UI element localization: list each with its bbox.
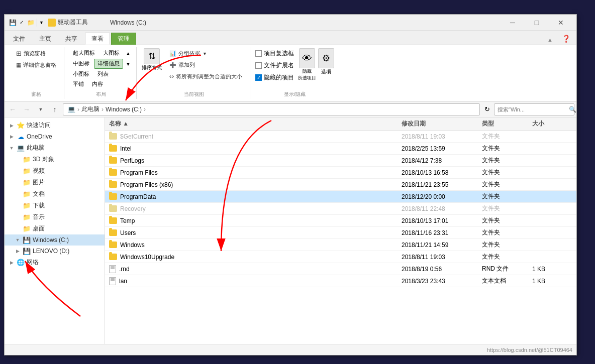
file-row-rnd[interactable]: .rnd 2018/8/19 0:56 RND 文件 1 KB — [105, 263, 576, 275]
help-icon[interactable]: ❓ — [558, 33, 574, 45]
search-input[interactable] — [498, 106, 567, 112]
nav-item-documents[interactable]: 📁 文档 — [5, 188, 105, 200]
view-tile[interactable]: 平铺 — [69, 79, 87, 89]
tab-file[interactable]: 文件 — [7, 33, 32, 45]
nav-item-onedrive[interactable]: ▶ ☁ OneDrive — [5, 131, 105, 142]
file-header: 名称 ▲ 修改日期 类型 大小 — [105, 117, 576, 131]
sort-btn[interactable]: ⇅ 排序方式 — [142, 48, 162, 71]
file-row-recovery[interactable]: Recovery 2018/8/11 22:48 文件夹 — [105, 203, 576, 215]
col-header-date[interactable]: 修改日期 — [402, 119, 482, 128]
file-date-intel: 2018/2/25 13:59 — [402, 145, 482, 152]
nav-label-music: 音乐 — [33, 213, 45, 221]
layout-scroll-up[interactable]: ▲ — [124, 48, 132, 58]
breadcrumb-drive[interactable]: Windows (C:) — [106, 106, 142, 113]
add-col-btn[interactable]: ➕ 添加列 — [166, 60, 246, 70]
file-name-rnd: .rnd — [119, 266, 402, 273]
preview-pane-btn[interactable]: ▦ 详细信息窗格 — [13, 60, 60, 70]
nav-item-3d[interactable]: 📁 3D 对象 — [5, 154, 105, 165]
view-xlarge[interactable]: 超大图标 — [69, 48, 98, 58]
nav-item-desktop[interactable]: 📁 桌面 — [5, 223, 105, 234]
file-name-recovery: Recovery — [120, 205, 402, 212]
quick-check-icon[interactable]: ✓ — [18, 19, 26, 27]
layout-row2: 中图标 详细信息 ▼ — [69, 59, 132, 69]
nav-expand-quick-access[interactable]: ▶ — [9, 123, 15, 129]
nav-item-lenovod[interactable]: ▶ 💾 LENOVO (D:) — [5, 246, 105, 257]
file-type-lan: 文本文档 — [482, 277, 532, 285]
back-button[interactable]: ← — [7, 103, 19, 115]
ribbon-collapse-icon[interactable]: ▲ — [543, 35, 557, 45]
tab-share[interactable]: 共享 — [59, 33, 84, 45]
file-row-programfilesx86[interactable]: Program Files (x86) 2018/11/21 23:55 文件夹 — [105, 179, 576, 191]
forward-button[interactable]: → — [21, 103, 33, 115]
ribbon-group-layout: 超大图标 大图标 ▲ 中图标 详细信息 ▼ 小图标 列表 — [65, 47, 137, 99]
nav-expand-thispc[interactable]: ▼ — [9, 145, 15, 151]
file-row-programfiles[interactable]: Program Files 2018/10/13 16:58 文件夹 — [105, 167, 576, 179]
file-pane: 名称 ▲ 修改日期 类型 大小 $GetCurrent 2018/8/11 19… — [105, 117, 576, 344]
file-date-programfilesx86: 2018/11/21 23:55 — [402, 181, 482, 188]
file-row-intel[interactable]: Intel 2018/2/25 13:59 文件夹 — [105, 143, 576, 155]
nav-pane-btn[interactable]: ⊞ 预览窗格 — [13, 48, 60, 59]
nav-expand-onedrive[interactable]: ▶ — [9, 134, 15, 140]
title-bar-left: 💾 ✓ 📁 ▼ 驱动器工具 Windows (C:) — [9, 18, 501, 27]
nav-expand-lenovod[interactable]: ▶ — [15, 248, 21, 254]
tab-manage[interactable]: 管理 — [111, 33, 136, 45]
maximize-button[interactable]: □ — [525, 15, 548, 31]
file-row-users[interactable]: Users 2018/11/16 23:31 文件夹 — [105, 227, 576, 239]
panes-group-label: 窗格 — [13, 89, 60, 98]
up-button[interactable]: ↑ — [49, 103, 61, 115]
checkbox-file-ext[interactable]: 文件扩展名 — [255, 61, 294, 70]
view-medium[interactable]: 中图标 — [69, 59, 93, 69]
file-name-programfiles: Program Files — [120, 169, 402, 176]
tab-home[interactable]: 主页 — [33, 33, 58, 45]
file-row-lan[interactable]: lan 2018/3/23 23:43 文本文档 1 KB — [105, 275, 576, 287]
col-header-size[interactable]: 大小 — [532, 119, 572, 128]
nav-item-network[interactable]: ▶ 🌐 网络 — [5, 257, 105, 268]
tab-view[interactable]: 查看 — [85, 33, 110, 45]
file-row-perflogs[interactable]: PerfLogs 2018/4/12 7:38 文件夹 — [105, 155, 576, 167]
checkbox-hidden-items[interactable]: ✓ 隐藏的项目 — [255, 73, 294, 82]
group-by-btn[interactable]: 📊 分组依据 ▼ — [166, 48, 246, 59]
minimize-button[interactable]: ─ — [501, 15, 524, 31]
nav-expand-windowsc[interactable]: ▼ — [15, 237, 21, 243]
file-type-programfilesx86: 文件夹 — [482, 180, 532, 189]
col-header-name[interactable]: 名称 ▲ — [109, 119, 402, 128]
view-content[interactable]: 内容 — [88, 79, 107, 89]
layout-scroll-down[interactable]: ▼ — [124, 59, 132, 69]
nav-item-music[interactable]: 📁 音乐 — [5, 211, 105, 223]
quick-save-icon[interactable]: 💾 — [9, 19, 17, 27]
options-btn[interactable]: ⚙ 选项 — [318, 48, 334, 83]
checkbox-item-checkboxes-cb[interactable] — [255, 50, 262, 57]
view-details[interactable]: 详细信息 — [94, 59, 123, 69]
checkbox-item-checkboxes[interactable]: 项目复选框 — [255, 49, 294, 58]
current-view-group-label: 当前视图 — [142, 89, 246, 98]
layout-icons: 超大图标 大图标 ▲ 中图标 详细信息 ▼ 小图标 列表 — [69, 48, 132, 89]
file-row-programdata[interactable]: ProgramData 2018/12/20 0:00 文件夹 — [105, 191, 576, 203]
refresh-button[interactable]: ↻ — [482, 104, 492, 114]
nav-item-video[interactable]: 📁 视频 — [5, 165, 105, 177]
nav-item-windowsc[interactable]: ▼ 💾 Windows (C:) — [5, 234, 105, 246]
nav-item-pictures[interactable]: 📁 图片 — [5, 177, 105, 188]
col-header-type[interactable]: 类型 — [482, 119, 532, 128]
fit-cols-btn[interactable]: ⇔ 将所有列调整为合适的大小 — [166, 71, 246, 82]
file-row-windows[interactable]: Windows 2018/11/21 14:59 文件夹 — [105, 239, 576, 251]
view-list[interactable]: 列表 — [94, 69, 112, 79]
view-small[interactable]: 小图标 — [69, 69, 93, 79]
file-row-windows10upgrade[interactable]: Windows10Upgrade 2018/8/11 19:03 文件夹 — [105, 251, 576, 263]
title-dropdown-icon[interactable]: ▼ — [39, 20, 44, 25]
search-icon[interactable]: 🔍 — [569, 106, 576, 113]
checkbox-hidden-items-cb[interactable]: ✓ — [255, 74, 262, 81]
checkbox-file-ext-cb[interactable] — [255, 62, 262, 69]
view-large[interactable]: 大图标 — [100, 48, 123, 58]
recent-locations-button[interactable]: ▼ — [35, 103, 47, 115]
quick-folder-icon[interactable]: 📁 — [27, 19, 35, 27]
hide-selected-btn[interactable]: 👁 隐藏 所选项目 — [298, 48, 316, 83]
breadcrumb-pc[interactable]: 此电脑 — [81, 105, 100, 113]
file-row-getcurrent[interactable]: $GetCurrent 2018/8/11 19:03 文件夹 — [105, 131, 576, 143]
nav-item-thispc[interactable]: ▼ 💻 此电脑 — [5, 142, 105, 154]
nav-expand-network[interactable]: ▶ — [9, 260, 15, 266]
nav-item-downloads[interactable]: 📁 下载 — [5, 200, 105, 211]
file-row-temp[interactable]: Temp 2018/10/13 17:01 文件夹 — [105, 215, 576, 227]
nav-item-quick-access[interactable]: ▶ ⭐ 快速访问 — [5, 119, 105, 131]
close-button[interactable]: ✕ — [549, 15, 572, 31]
breadcrumb: 💻 › 此电脑 › Windows (C:) › — [63, 103, 480, 115]
